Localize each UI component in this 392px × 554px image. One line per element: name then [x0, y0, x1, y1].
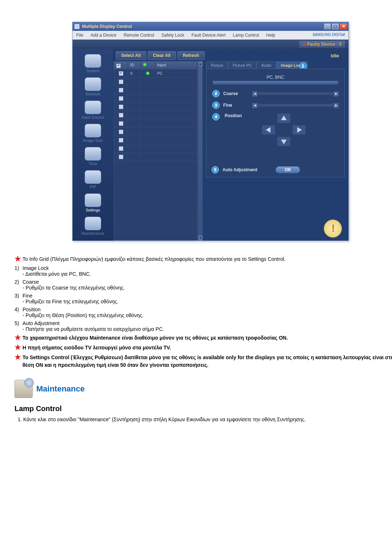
cell-id [128, 111, 141, 119]
table-row[interactable] [114, 94, 197, 103]
menu-add-device[interactable]: Add a Device [87, 32, 120, 39]
close-button[interactable]: ✕ [340, 23, 347, 30]
row-checkbox[interactable] [119, 79, 123, 84]
position-left-button[interactable] [262, 125, 275, 135]
cell-input [155, 86, 197, 94]
menu-safety-lock[interactable]: Safety Lock [158, 32, 188, 39]
marker-3: 3 [212, 102, 220, 109]
menu-lamp-control[interactable]: Lamp Control [229, 32, 263, 39]
refresh-button[interactable]: Refresh [177, 51, 205, 60]
cell-input [155, 94, 197, 102]
position-up-button[interactable] [277, 113, 291, 123]
cell-id [128, 136, 141, 144]
faulty-device-badge[interactable]: Faulty Device : 0 [299, 40, 346, 48]
arrow-left-icon[interactable]: ◀ [252, 91, 258, 97]
select-all-button[interactable]: Select All [116, 51, 146, 60]
svg-marker-1 [266, 127, 270, 133]
table-row[interactable] [114, 103, 197, 111]
cell-input [155, 153, 197, 161]
cell-id [128, 78, 141, 86]
ok-button[interactable]: OK [275, 166, 300, 173]
position-pad [262, 113, 306, 147]
nav-settings[interactable]: Settings [73, 191, 113, 214]
table-row[interactable] [114, 78, 197, 86]
arrow-right-icon[interactable]: ▶ [333, 91, 339, 97]
row-checkbox[interactable] [119, 138, 123, 143]
table-row[interactable] [114, 86, 197, 94]
nav-pip[interactable]: PIP [73, 168, 113, 191]
menu-remote-control[interactable]: Remote Control [120, 32, 158, 39]
nav-maintenance[interactable]: Maintenance [73, 214, 113, 238]
tab-audio[interactable]: Audio [257, 61, 276, 69]
minimize-button[interactable]: _ [324, 23, 331, 30]
app-icon [74, 24, 80, 29]
scroll-up-icon[interactable]: ▲ [198, 61, 203, 66]
status-led-icon [146, 71, 150, 75]
table-row[interactable]: 0PC [114, 69, 197, 78]
row-checkbox[interactable] [119, 88, 123, 93]
menu-help[interactable]: Help [263, 32, 279, 39]
row-checkbox[interactable] [119, 71, 123, 76]
notes-section: ★Το Info Grid (Πλέγμα Πληροφοριών) εμφαν… [15, 255, 392, 369]
arrow-right-icon[interactable]: ▶ [333, 103, 339, 108]
list-item: 4)Position- Ρυθμίζει τη Θέση (Position) … [15, 307, 392, 318]
app-window: Multiple Display Control _ ▢ ✕ File Add … [72, 22, 349, 241]
grid-scrollbar[interactable]: ▲ ▼ [198, 61, 203, 241]
table-row[interactable] [114, 119, 197, 128]
cell-id [128, 144, 141, 152]
status-idle: Idle [331, 53, 346, 58]
fine-slider[interactable]: ◀▶ [252, 103, 339, 107]
maintenance-icon [15, 380, 33, 398]
nav-image-size[interactable]: Image Size [73, 122, 113, 145]
row-checkbox[interactable] [119, 121, 123, 126]
cell-id: 0 [128, 69, 141, 77]
clear-all-button[interactable]: Clear All [148, 51, 176, 60]
header-status-icon [143, 63, 147, 66]
row-checkbox[interactable] [119, 96, 123, 101]
settings-panel: PC, BNC 2 Coarse ◀▶ 3 Fine ◀▶ 4 [206, 69, 345, 177]
tab-picture[interactable]: Picture [206, 61, 228, 69]
tab-image-lock[interactable]: Image Lock1 [276, 61, 308, 69]
header-checkbox[interactable] [116, 63, 121, 68]
tab-picture-pc[interactable]: Picture PC [228, 61, 257, 69]
row-checkbox[interactable] [119, 104, 123, 109]
row-checkbox[interactable] [119, 113, 123, 118]
row-checkbox[interactable] [119, 146, 123, 151]
list-item: 3)Fine- Ρυθμίζει τα Fine της επιλεγμένης… [15, 293, 392, 304]
coarse-slider[interactable]: ◀▶ [252, 92, 339, 95]
arrow-left-icon[interactable]: ◀ [252, 103, 258, 108]
title-bar: Multiple Display Control _ ▢ ✕ [73, 22, 348, 31]
cell-id [128, 94, 141, 102]
cell-input: PC [155, 69, 197, 77]
fine-label: Fine [223, 103, 249, 108]
position-right-button[interactable] [292, 125, 306, 135]
table-row[interactable] [114, 144, 197, 153]
row-checkbox[interactable] [119, 155, 123, 159]
info-grid: ID Input 0PC [114, 61, 198, 241]
maintenance-heading: Maintenance [15, 380, 392, 398]
row-checkbox[interactable] [119, 130, 123, 134]
nav-time[interactable]: Time [73, 145, 113, 168]
position-down-button[interactable] [277, 136, 291, 147]
lamp-control-heading: Lamp Control [15, 405, 392, 413]
table-row[interactable] [114, 111, 197, 119]
marker-5: 5 [212, 166, 219, 173]
menu-fault-device-alert[interactable]: Fault Device Alert [188, 32, 229, 39]
warning-icon [324, 219, 342, 238]
maximize-button[interactable]: ▢ [332, 23, 339, 30]
menu-file[interactable]: File [73, 32, 87, 39]
header-id[interactable]: ID [128, 62, 141, 69]
table-row[interactable] [114, 136, 197, 144]
table-row[interactable] [114, 128, 197, 136]
nav-system[interactable]: System [73, 52, 113, 75]
position-label: Position [225, 113, 250, 118]
header-input[interactable]: Input [155, 62, 197, 69]
cell-input [155, 119, 197, 127]
table-row[interactable] [114, 153, 197, 161]
star-icon: ★ [15, 354, 23, 360]
nav-network[interactable]: Network [73, 75, 113, 98]
pc-bnc-bar [212, 81, 339, 85]
nav-input-source[interactable]: Input Source [73, 98, 113, 122]
star-icon: ★ [15, 334, 23, 341]
scroll-down-icon[interactable]: ▼ [198, 235, 203, 241]
